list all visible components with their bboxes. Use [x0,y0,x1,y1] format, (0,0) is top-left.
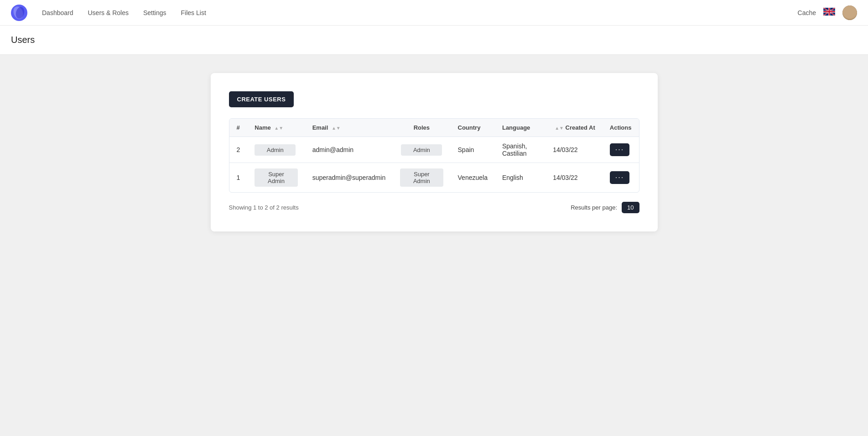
create-users-button[interactable]: CREATE USERS [229,91,294,107]
language-flag[interactable] [823,8,835,17]
cell-actions: ··· [603,137,639,163]
table-footer: Showing 1 to 2 of 2 results Results per … [229,202,639,213]
col-header-email[interactable]: Email ▲▼ [305,119,393,137]
nav-dashboard[interactable]: Dashboard [42,7,73,18]
showing-results-text: Showing 1 to 2 of 2 results [229,204,299,211]
per-page-select[interactable]: 10 [622,202,639,213]
col-header-id: # [229,119,248,137]
main-content: CREATE USERS # Name ▲▼ Email [0,55,868,250]
user-avatar[interactable] [842,5,857,20]
role-badge: Admin [401,144,442,156]
name-badge: Super Admin [255,168,297,187]
nav-files-list[interactable]: Files List [181,7,206,18]
table-body: 2 Admin admin@admin Admin Spain Spanish,… [229,137,639,193]
cell-id: 2 [229,137,248,163]
cell-email: admin@admin [305,137,393,163]
cell-email: superadmin@superadmin [305,163,393,193]
cell-id: 1 [229,163,248,193]
actions-button[interactable]: ··· [610,171,629,184]
per-page-group: Results per page: 10 [571,202,639,213]
navbar-right: Cache [798,5,857,20]
col-header-language: Language [495,119,546,137]
cell-language: Spanish, Castilian [495,137,546,163]
cell-actions: ··· [603,163,639,193]
cell-created-at: 14/03/22 [546,163,603,193]
users-table: # Name ▲▼ Email ▲▼ Roles [229,119,639,192]
users-table-wrapper: # Name ▲▼ Email ▲▼ Roles [229,118,639,193]
role-badge: Super Admin [400,168,443,187]
col-header-created-at[interactable]: ▲▼ Created At [546,119,603,137]
sort-name-icon: ▲▼ [274,126,283,131]
logo[interactable] [11,5,27,21]
page-header: Users [0,26,868,55]
page-title: Users [11,35,857,45]
cell-country: Spain [451,137,495,163]
sort-created-icon: ▲▼ [555,126,564,131]
navbar: Dashboard Users & Roles Settings Files L… [0,0,868,26]
cell-created-at: 14/03/22 [546,137,603,163]
nav-users-roles[interactable]: Users & Roles [88,7,129,18]
name-badge: Admin [255,144,296,156]
col-header-roles: Roles [393,119,450,137]
cell-name: Admin [247,137,305,163]
actions-button[interactable]: ··· [610,143,629,156]
cell-language: English [495,163,546,193]
cell-name: Super Admin [247,163,305,193]
table-header: # Name ▲▼ Email ▲▼ Roles [229,119,639,137]
cell-country: Venezuela [451,163,495,193]
per-page-label: Results per page: [571,204,617,211]
cell-role: Admin [393,137,450,163]
cache-link[interactable]: Cache [798,9,816,16]
table-row: 1 Super Admin superadmin@superadmin Supe… [229,163,639,193]
nav-links: Dashboard Users & Roles Settings Files L… [42,7,798,18]
sort-email-icon: ▲▼ [332,126,341,131]
col-header-name[interactable]: Name ▲▼ [247,119,305,137]
nav-settings[interactable]: Settings [143,7,166,18]
table-row: 2 Admin admin@admin Admin Spain Spanish,… [229,137,639,163]
cell-role: Super Admin [393,163,450,193]
col-header-actions: Actions [603,119,639,137]
col-header-country: Country [451,119,495,137]
users-card: CREATE USERS # Name ▲▼ Email [211,73,658,231]
